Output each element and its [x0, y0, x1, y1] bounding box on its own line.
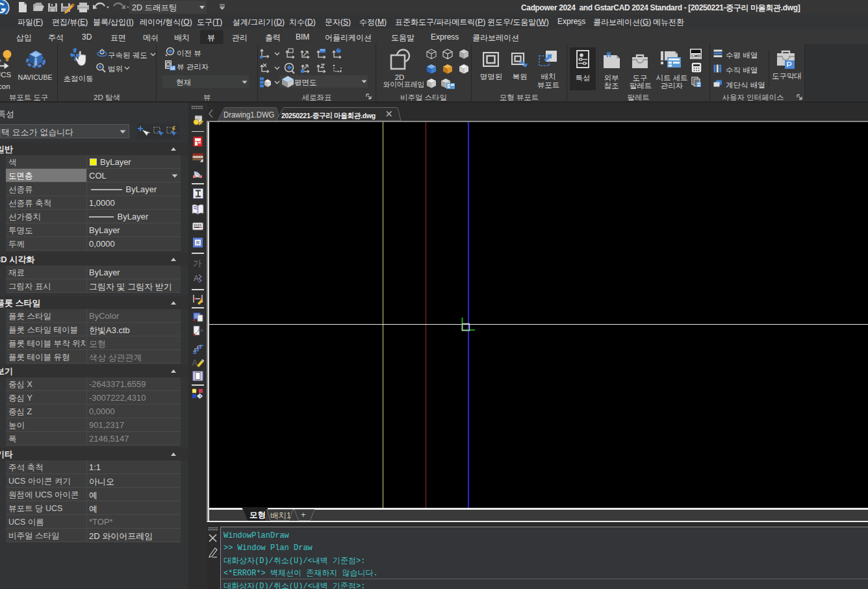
svg-text:A: A	[194, 274, 199, 283]
svg-text:CMD: CMD	[691, 54, 700, 58]
